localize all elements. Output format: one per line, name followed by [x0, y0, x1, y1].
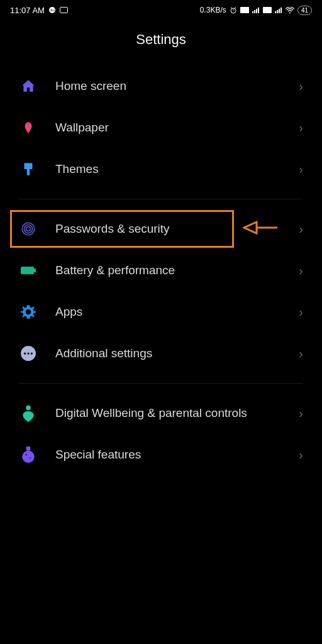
svg-rect-11: [27, 169, 30, 175]
item-label: Special features: [55, 448, 299, 462]
status-time: 11:07 AM: [10, 6, 45, 15]
potion-icon: [19, 445, 38, 464]
item-label: Apps: [55, 305, 299, 319]
chevron-right-icon: ›: [299, 264, 303, 278]
chevron-right-icon: ›: [299, 121, 303, 135]
svg-point-20: [31, 352, 33, 354]
item-label: Themes: [55, 162, 299, 176]
volte-icon-1: [240, 7, 249, 13]
settings-item-battery-performance[interactable]: Battery & performance ›: [0, 250, 322, 291]
chevron-right-icon: ›: [299, 79, 303, 94]
svg-line-6: [235, 8, 236, 8]
chevron-right-icon: ›: [299, 347, 303, 361]
home-icon: [19, 77, 38, 96]
cast-icon: [60, 7, 68, 14]
settings-item-additional-settings[interactable]: Additional settings ›: [0, 333, 322, 374]
settings-item-apps[interactable]: Apps ›: [0, 291, 322, 333]
status-data-speed: 0.3KB/s: [200, 6, 226, 14]
svg-point-13: [25, 225, 33, 233]
chevron-right-icon: ›: [299, 448, 303, 462]
volte-icon-2: [263, 7, 272, 13]
svg-point-24: [25, 454, 27, 456]
svg-point-9: [289, 12, 291, 13]
item-label: Digital Wellbeing & parental controls: [55, 406, 299, 421]
flower-icon: [19, 118, 38, 137]
chevron-right-icon: ›: [299, 162, 303, 177]
settings-item-special-features[interactable]: Special features ›: [0, 434, 322, 475]
svg-point-19: [27, 352, 29, 354]
settings-item-passwords-security[interactable]: Passwords & security ›: [0, 208, 322, 250]
battery-indicator: 41: [297, 6, 312, 15]
svg-line-5: [231, 8, 232, 8]
chevron-right-icon: ›: [299, 406, 303, 421]
item-label: Home screen: [55, 79, 299, 93]
jio-icon: Jio: [48, 6, 56, 14]
svg-text:Jio: Jio: [50, 8, 55, 12]
svg-rect-2: [60, 7, 67, 13]
svg-rect-15: [21, 267, 34, 274]
settings-item-home-screen[interactable]: Home screen ›: [0, 65, 322, 107]
status-bar: 11:07 AM Jio 0.3KB/s 41: [0, 0, 322, 20]
svg-point-21: [26, 406, 31, 411]
settings-item-digital-wellbeing[interactable]: Digital Wellbeing & parental controls ›: [0, 392, 322, 434]
alarm-icon: [230, 6, 237, 14]
item-label: Battery & performance: [55, 264, 299, 277]
svg-rect-16: [34, 269, 36, 272]
svg-point-14: [26, 227, 31, 231]
fingerprint-icon: [19, 219, 38, 238]
item-label: Wallpaper: [55, 121, 299, 135]
gear-icon: [19, 303, 38, 321]
svg-rect-8: [263, 7, 272, 13]
signal-icon-2: [275, 7, 282, 13]
settings-item-themes[interactable]: Themes ›: [0, 148, 322, 190]
brush-icon: [19, 160, 38, 179]
svg-rect-7: [240, 7, 249, 13]
svg-rect-10: [25, 163, 33, 169]
svg-point-23: [22, 451, 34, 463]
wellbeing-icon: [19, 404, 38, 423]
svg-point-25: [30, 457, 31, 458]
svg-point-18: [24, 352, 26, 354]
svg-rect-22: [26, 447, 30, 450]
item-label: Additional settings: [55, 347, 299, 360]
settings-list: Home screen › Wallpaper › Themes › Passw…: [0, 65, 322, 475]
item-label: Passwords & security: [55, 222, 299, 236]
chevron-right-icon: ›: [299, 222, 303, 236]
settings-item-wallpaper[interactable]: Wallpaper ›: [0, 107, 322, 148]
signal-icon-1: [252, 7, 260, 13]
divider: [19, 199, 303, 199]
chevron-right-icon: ›: [299, 305, 303, 319]
divider: [19, 383, 303, 384]
battery-icon: [19, 261, 38, 280]
wifi-icon: [286, 7, 294, 14]
page-title: Settings: [0, 20, 322, 65]
more-icon: [19, 344, 38, 363]
